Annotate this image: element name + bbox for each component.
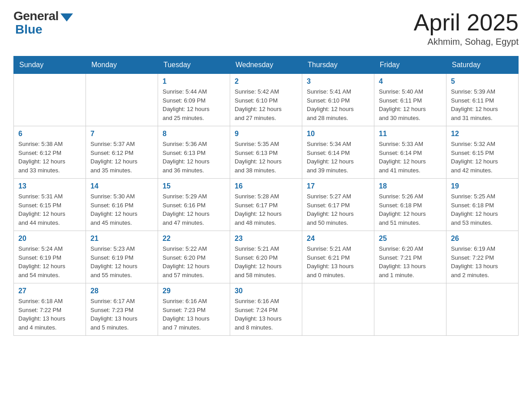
title-section: April 2025 Akhmim, Sohag, Egypt — [414, 9, 519, 47]
day-number: 4 — [379, 77, 442, 86]
day-info: Sunrise: 5:29 AM Sunset: 6:16 PM Dayligh… — [163, 192, 225, 227]
calendar-cell: 16Sunrise: 5:28 AM Sunset: 6:17 PM Dayli… — [230, 179, 302, 231]
day-number: 12 — [451, 130, 514, 138]
calendar-cell: 14Sunrise: 5:30 AM Sunset: 6:16 PM Dayli… — [86, 179, 158, 231]
day-info: Sunrise: 5:37 AM Sunset: 6:12 PM Dayligh… — [90, 140, 153, 175]
calendar-cell: 11Sunrise: 5:33 AM Sunset: 6:14 PM Dayli… — [374, 126, 446, 179]
day-number: 26 — [451, 235, 514, 243]
calendar-cell: 17Sunrise: 5:27 AM Sunset: 6:17 PM Dayli… — [302, 179, 374, 231]
calendar-cell: 10Sunrise: 5:34 AM Sunset: 6:14 PM Dayli… — [302, 126, 374, 179]
day-info: Sunrise: 5:34 AM Sunset: 6:14 PM Dayligh… — [307, 140, 369, 175]
day-info: Sunrise: 5:36 AM Sunset: 6:13 PM Dayligh… — [163, 140, 225, 175]
day-info: Sunrise: 5:44 AM Sunset: 6:09 PM Dayligh… — [163, 87, 225, 122]
calendar-cell: 25Sunrise: 6:20 AM Sunset: 7:21 PM Dayli… — [374, 231, 446, 283]
calendar-cell: 30Sunrise: 6:16 AM Sunset: 7:24 PM Dayli… — [230, 283, 302, 336]
day-number: 6 — [18, 130, 81, 138]
calendar-cell — [302, 283, 374, 336]
weekday-header-friday: Friday — [374, 56, 446, 74]
day-info: Sunrise: 5:42 AM Sunset: 6:10 PM Dayligh… — [235, 87, 297, 122]
calendar-cell: 12Sunrise: 5:32 AM Sunset: 6:15 PM Dayli… — [446, 126, 519, 179]
weekday-header-row: SundayMondayTuesdayWednesdayThursdayFrid… — [14, 56, 519, 74]
day-info: Sunrise: 5:35 AM Sunset: 6:13 PM Dayligh… — [235, 140, 297, 175]
weekday-header-thursday: Thursday — [302, 56, 374, 74]
calendar-week-row: 27Sunrise: 6:18 AM Sunset: 7:22 PM Dayli… — [14, 283, 519, 336]
day-number: 23 — [235, 235, 297, 243]
day-number: 13 — [18, 182, 81, 190]
day-info: Sunrise: 5:27 AM Sunset: 6:17 PM Dayligh… — [307, 192, 369, 227]
calendar-cell: 7Sunrise: 5:37 AM Sunset: 6:12 PM Daylig… — [86, 126, 158, 179]
calendar-week-row: 13Sunrise: 5:31 AM Sunset: 6:15 PM Dayli… — [14, 179, 519, 231]
weekday-header-monday: Monday — [86, 56, 158, 74]
day-info: Sunrise: 5:40 AM Sunset: 6:11 PM Dayligh… — [379, 87, 442, 122]
calendar-table: SundayMondayTuesdayWednesdayThursdayFrid… — [13, 56, 519, 336]
day-info: Sunrise: 5:23 AM Sunset: 6:19 PM Dayligh… — [90, 244, 153, 279]
calendar-cell: 26Sunrise: 6:19 AM Sunset: 7:22 PM Dayli… — [446, 231, 519, 283]
logo-general-text: General — [13, 9, 59, 23]
calendar-cell: 4Sunrise: 5:40 AM Sunset: 6:11 PM Daylig… — [374, 74, 446, 126]
day-info: Sunrise: 5:39 AM Sunset: 6:11 PM Dayligh… — [451, 87, 514, 122]
day-info: Sunrise: 5:21 AM Sunset: 6:21 PM Dayligh… — [307, 244, 369, 279]
day-number: 30 — [235, 287, 297, 295]
day-info: Sunrise: 5:30 AM Sunset: 6:16 PM Dayligh… — [90, 192, 153, 227]
calendar-week-row: 6Sunrise: 5:38 AM Sunset: 6:12 PM Daylig… — [14, 126, 519, 179]
calendar-cell: 28Sunrise: 6:17 AM Sunset: 7:23 PM Dayli… — [86, 283, 158, 336]
logo-triangle-icon — [60, 13, 73, 21]
calendar-cell: 9Sunrise: 5:35 AM Sunset: 6:13 PM Daylig… — [230, 126, 302, 179]
calendar-cell: 15Sunrise: 5:29 AM Sunset: 6:16 PM Dayli… — [158, 179, 230, 231]
day-info: Sunrise: 6:16 AM Sunset: 7:23 PM Dayligh… — [163, 297, 225, 332]
day-number: 7 — [90, 130, 153, 138]
day-info: Sunrise: 5:21 AM Sunset: 6:20 PM Dayligh… — [235, 244, 297, 279]
day-number: 28 — [90, 287, 153, 295]
weekday-header-saturday: Saturday — [446, 56, 519, 74]
day-info: Sunrise: 5:31 AM Sunset: 6:15 PM Dayligh… — [18, 192, 81, 227]
day-number: 5 — [451, 77, 514, 86]
calendar-cell: 2Sunrise: 5:42 AM Sunset: 6:10 PM Daylig… — [230, 74, 302, 126]
day-info: Sunrise: 5:24 AM Sunset: 6:19 PM Dayligh… — [18, 244, 81, 279]
calendar-cell: 1Sunrise: 5:44 AM Sunset: 6:09 PM Daylig… — [158, 74, 230, 126]
day-number: 24 — [307, 235, 369, 243]
page-header: General Blue April 2025 Akhmim, Sohag, E… — [13, 9, 519, 47]
calendar-cell: 24Sunrise: 5:21 AM Sunset: 6:21 PM Dayli… — [302, 231, 374, 283]
day-info: Sunrise: 5:41 AM Sunset: 6:10 PM Dayligh… — [307, 87, 369, 122]
calendar-cell — [374, 283, 446, 336]
day-number: 29 — [163, 287, 225, 295]
day-number: 9 — [235, 130, 297, 138]
weekday-header-sunday: Sunday — [14, 56, 86, 74]
day-info: Sunrise: 6:18 AM Sunset: 7:22 PM Dayligh… — [18, 297, 81, 332]
day-number: 19 — [451, 182, 514, 190]
day-number: 3 — [307, 77, 369, 86]
day-info: Sunrise: 5:22 AM Sunset: 6:20 PM Dayligh… — [163, 244, 225, 279]
calendar-cell: 8Sunrise: 5:36 AM Sunset: 6:13 PM Daylig… — [158, 126, 230, 179]
day-info: Sunrise: 6:16 AM Sunset: 7:24 PM Dayligh… — [235, 297, 297, 332]
day-number: 18 — [379, 182, 442, 190]
day-info: Sunrise: 5:33 AM Sunset: 6:14 PM Dayligh… — [379, 140, 442, 175]
location-text: Akhmim, Sohag, Egypt — [414, 37, 519, 47]
day-number: 22 — [163, 235, 225, 243]
day-number: 16 — [235, 182, 297, 190]
calendar-week-row: 20Sunrise: 5:24 AM Sunset: 6:19 PM Dayli… — [14, 231, 519, 283]
day-number: 15 — [163, 182, 225, 190]
day-info: Sunrise: 5:25 AM Sunset: 6:18 PM Dayligh… — [451, 192, 514, 227]
calendar-cell: 29Sunrise: 6:16 AM Sunset: 7:23 PM Dayli… — [158, 283, 230, 336]
calendar-cell — [446, 283, 519, 336]
day-number: 20 — [18, 235, 81, 243]
weekday-header-wednesday: Wednesday — [230, 56, 302, 74]
logo: General Blue — [13, 9, 73, 37]
calendar-cell: 3Sunrise: 5:41 AM Sunset: 6:10 PM Daylig… — [302, 74, 374, 126]
calendar-cell: 27Sunrise: 6:18 AM Sunset: 7:22 PM Dayli… — [14, 283, 86, 336]
calendar-cell: 5Sunrise: 5:39 AM Sunset: 6:11 PM Daylig… — [446, 74, 519, 126]
calendar-cell: 19Sunrise: 5:25 AM Sunset: 6:18 PM Dayli… — [446, 179, 519, 231]
day-number: 21 — [90, 235, 153, 243]
day-info: Sunrise: 5:38 AM Sunset: 6:12 PM Dayligh… — [18, 140, 81, 175]
calendar-cell: 6Sunrise: 5:38 AM Sunset: 6:12 PM Daylig… — [14, 126, 86, 179]
calendar-cell: 13Sunrise: 5:31 AM Sunset: 6:15 PM Dayli… — [14, 179, 86, 231]
calendar-week-row: 1Sunrise: 5:44 AM Sunset: 6:09 PM Daylig… — [14, 74, 519, 126]
day-info: Sunrise: 6:20 AM Sunset: 7:21 PM Dayligh… — [379, 244, 442, 279]
day-info: Sunrise: 5:32 AM Sunset: 6:15 PM Dayligh… — [451, 140, 514, 175]
calendar-cell: 21Sunrise: 5:23 AM Sunset: 6:19 PM Dayli… — [86, 231, 158, 283]
day-number: 27 — [18, 287, 81, 295]
day-info: Sunrise: 5:26 AM Sunset: 6:18 PM Dayligh… — [379, 192, 442, 227]
calendar-cell: 18Sunrise: 5:26 AM Sunset: 6:18 PM Dayli… — [374, 179, 446, 231]
day-number: 10 — [307, 130, 369, 138]
weekday-header-tuesday: Tuesday — [158, 56, 230, 74]
